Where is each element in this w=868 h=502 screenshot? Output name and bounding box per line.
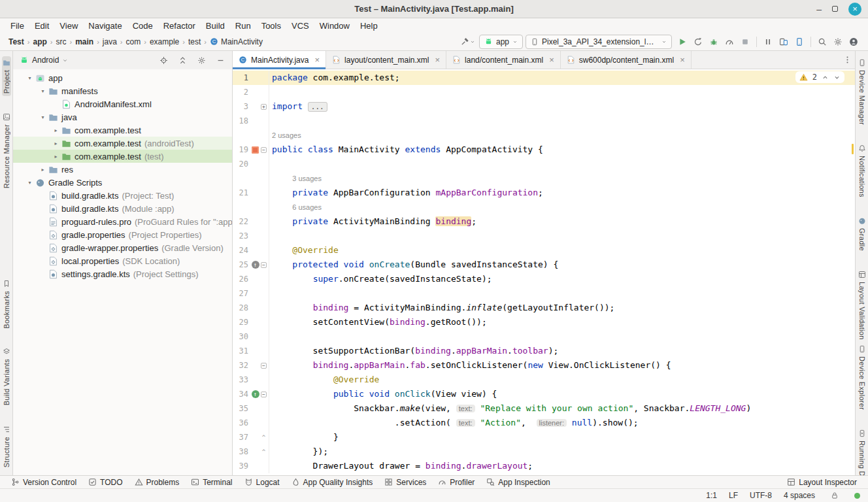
tree-chevron-icon[interactable]: ▾ xyxy=(25,75,35,81)
fold-marker-icon[interactable]: ^ xyxy=(260,444,267,459)
code-line-34[interactable]: 34↑− public void onClick(View view) { xyxy=(233,387,855,401)
fold-marker-icon[interactable]: + xyxy=(260,104,267,110)
close-tab-icon[interactable]: × xyxy=(435,55,440,65)
code-line-3[interactable]: 3+import ... xyxy=(233,99,855,114)
gutter[interactable]: 29 xyxy=(233,315,269,329)
gutter[interactable]: 23 xyxy=(233,229,269,243)
profiler-gauge-button[interactable] xyxy=(722,35,737,49)
toolwindow-logcat[interactable]: Logcat xyxy=(239,476,286,488)
breadcrumb-com[interactable]: com xyxy=(124,37,143,47)
tree-item-com-example-test[interactable]: ▸com.example.test xyxy=(13,124,232,137)
tree-item-gradle-wrapper-properties-gradle-version[interactable]: gradle-wrapper.properties(Gradle Version… xyxy=(13,241,232,254)
breadcrumb-example[interactable]: example xyxy=(148,37,181,47)
breadcrumb-test[interactable]: test xyxy=(186,37,203,47)
code-line-31[interactable]: 31 setSupportActionBar(binding.appBarMai… xyxy=(233,344,855,358)
gutter[interactable]: 2 xyxy=(233,85,269,99)
toolwindow-todo[interactable]: TODO xyxy=(82,476,128,488)
run-play-button[interactable] xyxy=(675,35,690,49)
close-tab-icon[interactable]: × xyxy=(549,55,554,65)
tree-item-gradle-scripts[interactable]: ▾Gradle Scripts xyxy=(13,176,232,189)
status-1-1[interactable]: 1:1 xyxy=(706,491,717,500)
breadcrumb-test[interactable]: Test xyxy=(7,37,26,47)
code-line-inlay[interactable]: 3 usages xyxy=(233,171,855,186)
code-line-37[interactable]: 37^ } xyxy=(233,430,855,444)
gutter[interactable]: 20 xyxy=(233,157,269,171)
menu-tools[interactable]: Tools xyxy=(256,20,286,32)
tool-stripe-bookmarks[interactable]: Bookmarks xyxy=(2,277,11,331)
tab-mainactivity-java[interactable]: CMainActivity.java× xyxy=(233,51,326,69)
code-line-29[interactable]: 29 setContentView(binding.getRoot()); xyxy=(233,315,855,329)
gutter[interactable]: 26 xyxy=(233,272,269,286)
gutter[interactable]: 35 xyxy=(233,401,269,416)
gutter[interactable]: 36 xyxy=(233,416,269,430)
tab-sw600dp-content-main-xml[interactable]: sw600dp/content_main.xml× xyxy=(561,51,692,69)
gutter[interactable] xyxy=(233,171,269,186)
code-line-inlay[interactable]: 6 usages xyxy=(233,200,855,214)
chevron-down-icon[interactable] xyxy=(62,58,68,63)
menu-help[interactable]: Help xyxy=(355,20,383,32)
tool-stripe-build-variants[interactable]: Build Variants xyxy=(2,345,11,408)
tab-layout-content-main-xml[interactable]: layout/content_main.xml× xyxy=(326,51,446,69)
gutter[interactable]: 24 xyxy=(233,243,269,258)
maximize-button[interactable] xyxy=(832,6,838,12)
prev-problem-button[interactable] xyxy=(822,74,829,81)
tree-chevron-icon[interactable]: ▸ xyxy=(38,167,48,173)
toolwindow-services[interactable]: Services xyxy=(378,476,432,488)
tool-stripe-running-devices[interactable]: Running Devices xyxy=(858,427,867,475)
fold-marker-icon[interactable]: − xyxy=(260,363,267,369)
gutter[interactable]: 28 xyxy=(233,301,269,315)
menu-code[interactable]: Code xyxy=(127,20,158,32)
gutter[interactable]: 38^ xyxy=(233,444,269,459)
build-button[interactable] xyxy=(459,35,476,49)
overrides-method-icon[interactable]: ↑ xyxy=(252,261,259,269)
gutter[interactable]: 21 xyxy=(233,186,269,200)
gutter[interactable]: 19− xyxy=(233,142,269,157)
code-line-1[interactable]: 1package com.example.test; xyxy=(233,71,855,85)
tree-item-com-example-test-androidtest[interactable]: ▸com.example.test(androidTest) xyxy=(13,137,232,150)
android-class-icon[interactable] xyxy=(252,146,259,154)
gutter[interactable] xyxy=(233,200,269,214)
close-tab-icon[interactable]: × xyxy=(314,55,320,65)
menu-view[interactable]: View xyxy=(54,20,83,32)
code-line-27[interactable]: 27 xyxy=(233,286,855,301)
menu-navigate[interactable]: Navigate xyxy=(83,20,127,32)
tool-stripe-resource-manager[interactable]: Resource Manager xyxy=(2,110,11,191)
gutter[interactable]: 32− xyxy=(233,358,269,373)
fold-marker-icon[interactable]: − xyxy=(260,262,267,268)
tree-item-local-properties-sdk-location[interactable]: local.properties(SDK Location) xyxy=(13,254,232,267)
gutter[interactable] xyxy=(233,128,269,142)
gutter[interactable]: 31 xyxy=(233,344,269,358)
code-line-30[interactable]: 30 xyxy=(233,329,855,344)
warning-stripe-mark[interactable] xyxy=(852,144,854,154)
debug-bug-button[interactable] xyxy=(706,35,722,49)
code-line-35[interactable]: 35 Snackbar.make(view, text: "Replace wi… xyxy=(233,401,855,416)
tab-list-button[interactable] xyxy=(839,53,855,67)
toolwindow-profiler[interactable]: Profiler xyxy=(432,476,480,488)
device-mirroring-button[interactable] xyxy=(776,35,792,49)
pause-button[interactable] xyxy=(760,35,776,49)
fold-marker-icon[interactable]: ^ xyxy=(260,430,267,444)
tool-stripe-notifications[interactable]: Notifications xyxy=(858,142,867,200)
tool-stripe-device-explorer[interactable]: Device Explorer xyxy=(858,343,867,412)
toolwindow-layout-inspector[interactable]: Layout Inspector xyxy=(781,476,863,488)
gutter[interactable]: 3+ xyxy=(233,99,269,114)
tool-stripe-layout-validation[interactable]: Layout Validation xyxy=(858,268,867,343)
tree-item-proguard-rules-pro-proguard-rules-for-app[interactable]: proguard-rules.pro(ProGuard Rules for ":… xyxy=(13,215,232,228)
tool-stripe-device-manager[interactable]: Device Manager xyxy=(858,56,867,127)
code-line-23[interactable]: 23 xyxy=(233,229,855,243)
apply-changes-button[interactable] xyxy=(690,35,706,49)
code-line-18[interactable]: 18 xyxy=(233,114,855,128)
project-view-selector[interactable]: Android xyxy=(32,56,59,65)
inspections-widget[interactable]: 2 xyxy=(795,71,844,83)
code-line-21[interactable]: 21 private AppBarConfiguration mAppBarCo… xyxy=(233,186,855,200)
tool-stripe-structure[interactable]: Structure xyxy=(2,423,11,470)
toolwindow-problems[interactable]: Problems xyxy=(129,476,186,488)
project-options-button[interactable] xyxy=(193,53,209,67)
close-tab-icon[interactable]: × xyxy=(680,55,685,65)
gutter[interactable]: 33 xyxy=(233,373,269,387)
toolwindow-version-control[interactable]: Version Control xyxy=(5,476,82,488)
gutter[interactable]: 18 xyxy=(233,114,269,128)
toolwindow-app-inspection[interactable]: App Inspection xyxy=(480,476,556,488)
tree-chevron-icon[interactable]: ▾ xyxy=(38,114,48,120)
phone-blue-button[interactable] xyxy=(792,35,807,49)
